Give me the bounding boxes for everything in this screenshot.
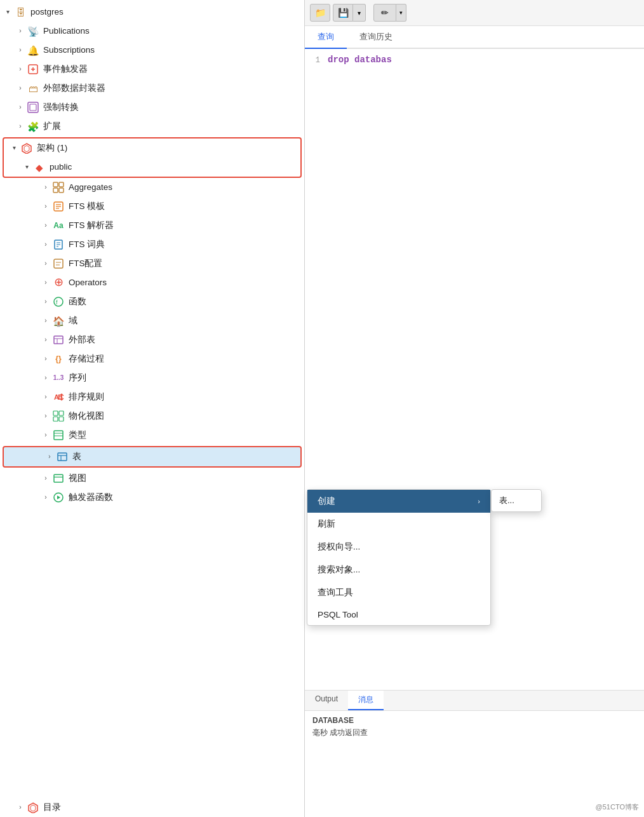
- chevron-right-icon: ›: [15, 802, 25, 813]
- cast-icon: [27, 101, 39, 114]
- sidebar-item-fts-parser[interactable]: › Aa FTS 解析器: [0, 216, 304, 235]
- extensions-icon: 🧩: [27, 120, 39, 133]
- domains-icon: 🏠: [52, 314, 65, 327]
- sidebar-item-schema[interactable]: ▾ 架构 (1): [4, 138, 300, 158]
- save-button[interactable]: 💾: [333, 4, 353, 22]
- operators-icon: ⊕: [52, 276, 65, 289]
- context-menu-item-create[interactable]: 创建 ›: [307, 490, 490, 513]
- sidebar-item-tables[interactable]: › 表: [4, 447, 300, 466]
- sidebar-item-foreign-tables[interactable]: › 外部表: [0, 330, 304, 349]
- sidebar-item-publications[interactable]: › 📡 Publications: [0, 22, 304, 41]
- cast-label: 强制转换: [43, 102, 79, 114]
- search-objects-label: 搜索对象...: [318, 564, 360, 576]
- edit-button[interactable]: ✏: [373, 4, 396, 22]
- fts-config-icon: [52, 257, 65, 270]
- tables-icon: [56, 450, 69, 463]
- sidebar-item-fts-template[interactable]: › FTS 模板: [0, 197, 304, 216]
- domains-label: 域: [69, 315, 77, 327]
- aggregates-label: Aggregates: [69, 182, 112, 194]
- chevron-right-icon: ›: [41, 220, 51, 231]
- open-file-button[interactable]: 📁: [310, 4, 330, 22]
- sidebar-item-domains[interactable]: › 🏠 域: [0, 311, 304, 330]
- root-label: postgres: [30, 6, 64, 18]
- chevron-right-icon: ›: [41, 473, 51, 483]
- tree-root-postgres[interactable]: ▾ 🗄 postgres: [0, 3, 304, 22]
- sidebar-item-operators[interactable]: › ⊕ Operators: [0, 273, 304, 292]
- chevron-right-icon: ›: [41, 297, 51, 307]
- chevron-down-icon: ▾: [9, 143, 19, 153]
- public-schema-icon: ◆: [33, 161, 46, 173]
- context-menu-item-psql-tool[interactable]: PSQL Tool: [307, 604, 490, 625]
- chevron-right-icon: ›: [41, 335, 51, 345]
- watermark: @51CTO博客: [596, 802, 639, 812]
- sequences-icon: 1..3: [52, 372, 65, 384]
- line-number: 1: [305, 56, 328, 65]
- tab-messages[interactable]: 消息: [348, 691, 384, 710]
- chevron-right-icon: ›: [41, 354, 51, 364]
- subscriptions-icon: 🔔: [27, 44, 39, 57]
- query-tab-bar: 查询 查询历史: [305, 26, 644, 49]
- create-label: 创建: [318, 496, 335, 507]
- sidebar-item-views[interactable]: › 视图: [0, 469, 304, 488]
- context-menu-item-query-tool[interactable]: 查询工具: [307, 581, 490, 604]
- sidebar-item-foreign-wrappers[interactable]: › 🗃 外部数据封装器: [0, 79, 304, 98]
- sidebar-item-types[interactable]: › 类型: [0, 426, 304, 445]
- edit-button-group: ✏ ▾: [373, 4, 406, 22]
- svg-rect-8: [59, 188, 64, 192]
- subscriptions-label: Subscriptions: [43, 44, 95, 57]
- sidebar-item-sequences[interactable]: › 1..3 序列: [0, 368, 304, 388]
- output-area: Output 消息 DATABASE 毫秒 成功返回查: [305, 690, 644, 817]
- fts-dict-label: FTS 词典: [69, 239, 105, 251]
- sidebar-item-fts-config[interactable]: › FTS配置: [0, 254, 304, 273]
- sidebar-item-procedures[interactable]: › {} 存储过程: [0, 349, 304, 368]
- context-menu-item-search-objects[interactable]: 搜索对象...: [307, 558, 490, 581]
- sidebar-item-fts-dict[interactable]: › FTS 词典: [0, 235, 304, 254]
- context-menu-item-refresh[interactable]: 刷新: [307, 513, 490, 536]
- sidebar-item-catalog[interactable]: › 目录: [0, 798, 304, 817]
- sidebar-item-aggregates[interactable]: › Aggregates: [0, 178, 304, 197]
- refresh-label: 刷新: [318, 518, 335, 530]
- chevron-right-icon: ›: [15, 64, 25, 74]
- chevron-right-icon: ›: [41, 240, 51, 250]
- chevron-right-icon: ›: [44, 452, 55, 462]
- svg-rect-22: [54, 336, 63, 344]
- psql-tool-label: PSQL Tool: [318, 610, 358, 619]
- svg-rect-29: [59, 411, 64, 415]
- svg-rect-30: [53, 417, 58, 421]
- tab-query-history[interactable]: 查询历史: [347, 26, 405, 49]
- fts-parser-label: FTS 解析器: [69, 220, 114, 232]
- extensions-label: 扩展: [43, 121, 61, 133]
- sidebar-item-subscriptions[interactable]: › 🔔 Subscriptions: [0, 41, 304, 60]
- aggregates-icon: [52, 181, 65, 194]
- chevron-right-icon: ›: [41, 373, 51, 383]
- sidebar-item-collations[interactable]: › AB 排序规则: [0, 388, 304, 407]
- collations-label: 排序规则: [69, 391, 104, 403]
- sidebar-item-event-triggers[interactable]: › 事件触发器: [0, 60, 304, 79]
- svg-rect-17: [54, 259, 63, 268]
- sidebar-item-cast[interactable]: › 强制转换: [0, 98, 304, 117]
- context-menu-item-grant-wizard[interactable]: 授权向导...: [307, 536, 490, 558]
- edit-icon: ✏: [381, 8, 389, 18]
- sidebar-item-trigger-functions[interactable]: › 触发器函数: [0, 488, 304, 507]
- fts-dict-icon: [52, 238, 65, 251]
- svg-rect-28: [53, 411, 58, 415]
- sidebar-item-extensions[interactable]: › 🧩 扩展: [0, 117, 304, 136]
- operators-label: Operators: [69, 277, 107, 289]
- submenu-item-table[interactable]: 表...: [492, 490, 541, 511]
- tab-output[interactable]: Output: [305, 691, 348, 710]
- chevron-right-icon: ›: [15, 45, 25, 55]
- sidebar-item-functions[interactable]: › f 函数: [0, 292, 304, 311]
- chevron-right-icon: ›: [41, 492, 51, 503]
- event-triggers-label: 事件触发器: [43, 64, 88, 76]
- chevron-right-icon: ›: [41, 316, 51, 326]
- sidebar-item-mat-views[interactable]: › 物化视图: [0, 407, 304, 426]
- functions-icon: f: [52, 295, 65, 308]
- types-icon: [52, 429, 65, 442]
- chevron-right-icon: ›: [41, 411, 51, 421]
- sidebar-item-public[interactable]: ▾ ◆ public: [4, 158, 300, 177]
- save-dropdown-button[interactable]: ▾: [353, 4, 366, 22]
- edit-dropdown-button[interactable]: ▾: [396, 4, 406, 22]
- tab-query[interactable]: 查询: [305, 26, 347, 49]
- chevron-right-icon: ›: [41, 259, 51, 269]
- save-icon: 💾: [338, 8, 349, 18]
